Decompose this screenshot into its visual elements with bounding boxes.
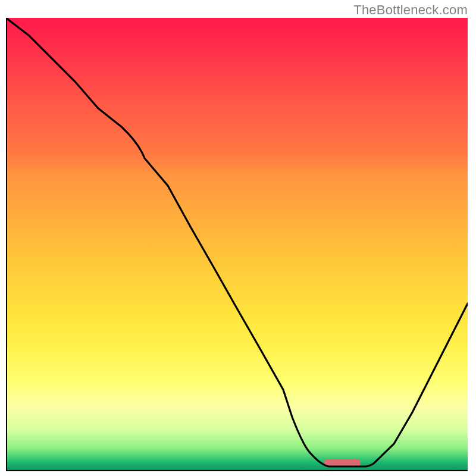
plot-area — [6, 18, 468, 471]
chart-root: TheBottleneck.com — [0, 0, 476, 476]
curve-svg — [6, 18, 468, 471]
bottleneck-curve-path — [6, 18, 468, 466]
attribution-label: TheBottleneck.com — [353, 2, 468, 18]
x-axis — [6, 470, 468, 471]
y-axis — [6, 18, 7, 471]
